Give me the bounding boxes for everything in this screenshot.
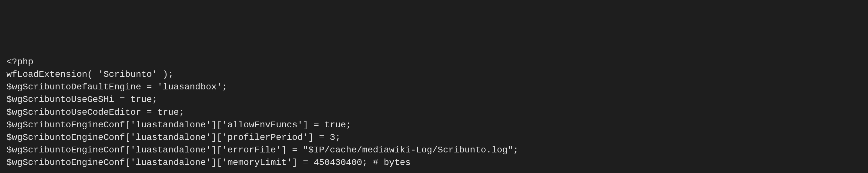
code-line: $wgScribuntoEngineConf['luastandalone'][… bbox=[6, 156, 862, 169]
code-line: $wgScribuntoEngineConf['luastandalone'][… bbox=[6, 119, 862, 131]
code-line: <?php bbox=[6, 56, 862, 68]
code-line: $wgScribuntoUseGeSHi = true; bbox=[6, 93, 862, 106]
code-line: $wgScribuntoDefaultEngine = 'luasandbox'… bbox=[6, 81, 862, 93]
code-line: $wgScribuntoEngineConf['luastandalone'][… bbox=[6, 144, 862, 156]
code-line: wfLoadExtension( 'Scribunto' ); bbox=[6, 68, 862, 81]
code-line: $wgScribuntoEngineConf['luastandalone'][… bbox=[6, 131, 862, 144]
code-block: <?phpwfLoadExtension( 'Scribunto' );$wgS… bbox=[6, 56, 862, 169]
code-line: $wgScribuntoUseCodeEditor = true; bbox=[6, 106, 862, 119]
